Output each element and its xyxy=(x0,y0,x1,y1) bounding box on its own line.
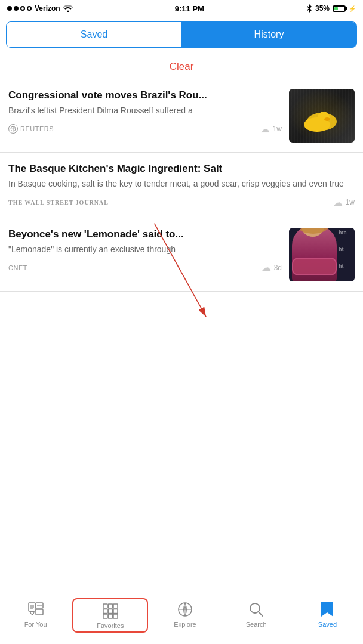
status-left: Verizon xyxy=(7,4,73,13)
carrier-name: Verizon xyxy=(35,4,60,13)
tab-saved[interactable]: Saved xyxy=(7,22,182,47)
cloud-icon-3: ☁ xyxy=(262,262,271,273)
time-label-3: 3d xyxy=(274,264,282,272)
source-logo-1: REUTERS xyxy=(8,124,54,134)
bottom-nav: For You Favorites xyxy=(0,593,363,644)
article-summary-2: In Basque cooking, salt is the key to te… xyxy=(8,178,355,190)
dot-3 xyxy=(20,6,25,11)
svg-rect-16 xyxy=(108,604,112,608)
svg-rect-20 xyxy=(113,609,118,614)
article-summary-3: "Lemonade" is currently an exclusive thr… xyxy=(8,244,282,256)
news-content-2: The Basque Kitchen's Magic Ingredient: S… xyxy=(8,162,355,208)
status-right: 35% ⚡ xyxy=(306,4,356,13)
time-label-2: 1w xyxy=(346,198,355,206)
cloud-icon-2: ☁ xyxy=(333,197,343,208)
search-icon xyxy=(247,600,265,618)
svg-rect-17 xyxy=(113,604,118,608)
tab-history[interactable]: History xyxy=(182,22,356,47)
news-content-3: Beyonce's new 'Lemonade' said to... "Lem… xyxy=(8,228,282,281)
battery-indicator xyxy=(333,5,346,12)
nav-item-search[interactable]: Search xyxy=(221,598,292,630)
thumbnail-3: ALhtc c.ht ALht xyxy=(289,228,355,281)
nav-item-explore[interactable]: Explore xyxy=(149,598,220,630)
svg-point-29 xyxy=(250,603,260,613)
battery-percent: 35% xyxy=(315,4,330,13)
article-title-2: The Basque Kitchen's Magic Ingredient: S… xyxy=(8,162,355,175)
nav-item-for-you[interactable]: For You xyxy=(0,598,71,630)
news-content-1: Congressional vote moves Brazil's Rou...… xyxy=(8,89,282,143)
time-label-1: 1w xyxy=(273,125,282,133)
wsj-source-name: THE WALL STREET JOURNAL xyxy=(8,199,109,206)
explore-icon xyxy=(176,600,194,618)
meta-right-2: ☁ 1w xyxy=(333,197,355,208)
nav-label-explore: Explore xyxy=(174,621,196,628)
svg-line-30 xyxy=(259,612,263,617)
dot-2 xyxy=(14,6,19,11)
thumbnail-1 xyxy=(289,89,355,143)
tab-switcher: Saved History xyxy=(6,21,357,48)
source-logo-2: THE WALL STREET JOURNAL xyxy=(8,199,109,206)
svg-rect-21 xyxy=(103,614,107,618)
nav-item-favorites[interactable]: Favorites xyxy=(72,598,148,633)
nav-label-for-you: For You xyxy=(24,621,47,628)
article-meta-2: THE WALL STREET JOURNAL ☁ 1w xyxy=(8,197,355,208)
content-wrapper: Clear Congressional vote moves Brazil's … xyxy=(0,52,363,343)
meta-right-3: ☁ 3d xyxy=(262,262,282,273)
svg-rect-19 xyxy=(108,609,112,614)
bluetooth-icon xyxy=(306,4,312,13)
source-name-3: cnet xyxy=(8,264,27,271)
saved-icon xyxy=(318,600,336,618)
svg-rect-14 xyxy=(36,609,43,615)
status-bar: Verizon 9:11 PM 35% ⚡ xyxy=(0,0,363,17)
for-you-icon xyxy=(27,600,45,618)
svg-point-6 xyxy=(318,112,330,123)
source-circle-1 xyxy=(8,124,18,134)
svg-point-7 xyxy=(324,117,330,121)
nav-label-search: Search xyxy=(246,621,267,628)
charging-icon: ⚡ xyxy=(349,5,356,12)
dot-4 xyxy=(27,6,32,11)
news-item-1[interactable]: Congressional vote moves Brazil's Rou...… xyxy=(0,79,363,153)
nav-label-favorites: Favorites xyxy=(97,622,124,629)
source-name-1: REUTERS xyxy=(20,125,54,132)
svg-rect-22 xyxy=(108,614,112,618)
article-title-3: Beyonce's new 'Lemonade' said to... xyxy=(8,228,282,241)
news-item-3[interactable]: Beyonce's new 'Lemonade' said to... "Lem… xyxy=(0,218,363,292)
cloud-icon-1: ☁ xyxy=(260,123,270,135)
news-item-2[interactable]: The Basque Kitchen's Magic Ingredient: S… xyxy=(0,153,363,218)
signal-strength xyxy=(7,6,32,11)
nav-label-saved: Saved xyxy=(318,621,337,628)
favorites-icon xyxy=(101,602,119,620)
source-logo-3: cnet xyxy=(8,264,27,271)
svg-rect-23 xyxy=(113,614,118,618)
wifi-icon xyxy=(63,5,73,12)
meta-right-1: ☁ 1w xyxy=(260,123,282,135)
article-meta-3: cnet ☁ 3d xyxy=(8,262,282,273)
article-meta-1: REUTERS ☁ 1w xyxy=(8,123,282,135)
dot-1 xyxy=(7,6,12,11)
svg-rect-18 xyxy=(103,609,107,614)
clear-row: Clear xyxy=(0,52,363,79)
clear-button[interactable]: Clear xyxy=(170,61,194,73)
svg-rect-15 xyxy=(103,604,107,608)
article-title-1: Congressional vote moves Brazil's Rou... xyxy=(8,89,282,102)
article-summary-1: Brazil's leftist President Dilma Roussef… xyxy=(8,105,282,117)
nav-item-saved[interactable]: Saved xyxy=(292,598,363,630)
time-display: 9:11 PM xyxy=(175,4,204,13)
